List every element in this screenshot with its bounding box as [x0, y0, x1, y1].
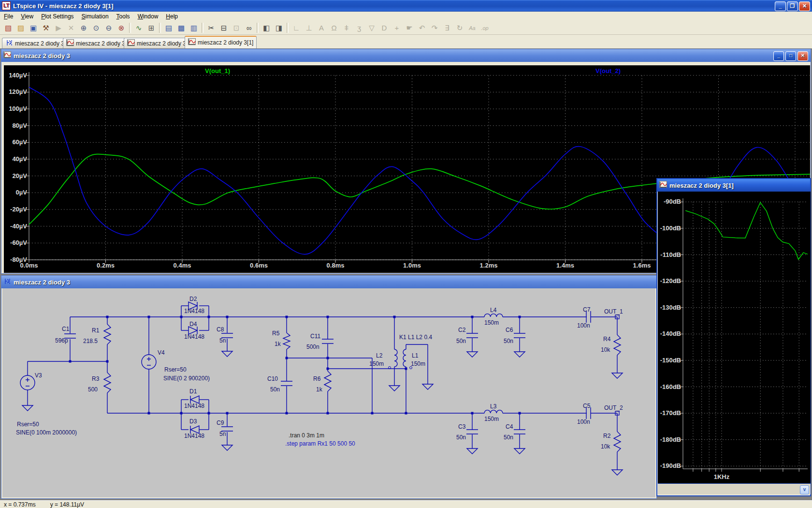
toolbar: ▧▨▣⚒▶✕⊕⊙⊖⊗∿⊞▤▩▥✂⊟⊡∞◧◨∟⊥AΩǂʒ▽D+☛↶↷∃↻Aa.op: [0, 21, 812, 35]
rotate-button: ↻: [453, 22, 466, 34]
schematic-label: C2: [458, 327, 466, 333]
schematic-label: 5n: [219, 431, 226, 437]
open-button[interactable]: ▨: [14, 22, 27, 34]
schematic-label: C11: [310, 333, 320, 340]
paste-button: ⊡: [230, 22, 243, 34]
menu-help[interactable]: Help: [162, 12, 182, 21]
restore-button[interactable]: ❐: [787, 1, 798, 11]
schematic-label: 500n: [306, 344, 319, 350]
voltage-source-v4: [142, 355, 156, 369]
menu-tools[interactable]: Tools: [113, 12, 134, 21]
inductor-l3: [484, 410, 503, 413]
undo-button: ↶: [416, 22, 428, 34]
wave-close-button[interactable]: ✕: [798, 51, 808, 61]
autorange-button[interactable]: ∿: [132, 22, 145, 34]
tile-vertical-button[interactable]: ▥: [188, 22, 200, 34]
zoom-back-button[interactable]: ⊗: [115, 22, 128, 34]
tabbar: mieszacz 2 diody 3mieszacz 2 diody 3mies…: [0, 35, 812, 48]
menu-file[interactable]: File: [0, 12, 17, 21]
waveform-window-title: mieszacz 2 diody 3: [14, 52, 70, 60]
y-axis-tick-label: -20µV: [2, 206, 27, 213]
tab-4-mieszacz-2-diody-3-1[interactable]: mieszacz 2 diody 3[1]: [185, 36, 257, 48]
ground-icon: [467, 448, 478, 454]
x-axis-tick-label: 1.4ms: [556, 262, 574, 269]
y-axis-tick-label: 120µV: [2, 88, 27, 95]
menu-view[interactable]: View: [17, 12, 37, 21]
print-preview-button[interactable]: ◧: [260, 22, 273, 34]
close-button[interactable]: ✕: [799, 1, 810, 11]
x-axis-tick-label: 1.0ms: [403, 262, 421, 269]
schematic-window-titlebar[interactable]: mieszacz 2 diody 3: [1, 276, 656, 288]
new-schematic-button[interactable]: ▧: [2, 22, 14, 34]
capacitor-c6: [514, 333, 525, 338]
copy-button[interactable]: ⊟: [218, 22, 230, 34]
drag-button: ☛: [403, 22, 416, 34]
scroll-down-button[interactable]: v: [800, 485, 809, 494]
tile-horizontal-button[interactable]: ▤: [162, 22, 175, 34]
resistor-r3: [104, 373, 111, 393]
ground-icon: [514, 448, 525, 454]
resistor-r5: [283, 333, 290, 349]
zoom-out-button[interactable]: ⊖: [102, 22, 115, 34]
wave-minimize-button[interactable]: _: [773, 51, 784, 61]
save-button[interactable]: ▣: [27, 22, 40, 34]
x-axis-tick-label: 0.8ms: [327, 262, 345, 269]
fft-window: mieszacz 2 diody 3[1] -90dB-100dB-110dB-…: [656, 178, 811, 496]
schematic-label: 1k: [316, 386, 323, 393]
spice-directive-button: .op: [478, 22, 491, 34]
control-panel-button[interactable]: ⚒: [40, 22, 52, 34]
ground-icon: [422, 384, 433, 389]
tab-label: mieszacz 2 diody 3: [137, 40, 186, 47]
menu-simulation[interactable]: Simulation: [78, 12, 113, 21]
app-title: LTspice IV - mieszacz 2 diody 3[1]: [13, 2, 114, 10]
waveform-window-titlebar[interactable]: mieszacz 2 diody 3 _ □ ✕: [1, 49, 811, 62]
schematic-label: 150m: [369, 360, 384, 367]
fft-window-icon: [659, 181, 667, 190]
tab-2-mieszacz-2-diody-3[interactable]: mieszacz 2 diody 3: [63, 38, 129, 48]
print-button[interactable]: ◨: [273, 22, 285, 34]
db-axis-tick-label: -110dB: [658, 251, 681, 258]
redo-button: ↷: [428, 22, 441, 34]
schematic-canvas[interactable]: C1596pR1218.5R3500V3Rser=50SINE(0 100m 2…: [2, 288, 655, 497]
fft-window-titlebar[interactable]: mieszacz 2 diody 3[1]: [657, 179, 810, 192]
fft-plot[interactable]: -90dB-100dB-110dB-120dB-130dB-140dB-150d…: [658, 192, 811, 484]
ground-icon: [389, 386, 400, 391]
label-net-button: A: [315, 22, 328, 34]
waveform-window-icon: [3, 51, 11, 60]
zoom-extents-button[interactable]: ⊙: [90, 22, 102, 34]
schematic-label: R1: [92, 327, 100, 334]
schematic-window-icon: [3, 278, 11, 286]
schematic-label: 500: [88, 386, 98, 393]
find-button[interactable]: ∞: [243, 22, 255, 34]
x-axis-tick-label: 0.2ms: [97, 262, 115, 269]
legend-v-out-2[interactable]: V(out_2): [595, 67, 621, 75]
inductor-l4: [484, 314, 503, 317]
ground-icon: [612, 470, 623, 475]
cascade-button[interactable]: ▩: [175, 22, 188, 34]
toolbar-separator: [129, 23, 131, 33]
legend-v-out-1[interactable]: V(out_1): [205, 67, 230, 75]
tab-label: mieszacz 2 diody 3: [76, 40, 125, 47]
waveform-icon: [127, 39, 135, 48]
resistor-r2: [614, 432, 621, 452]
wave-restore-button[interactable]: □: [785, 51, 796, 61]
minimize-button[interactable]: _: [775, 1, 786, 11]
plot-settings-button[interactable]: ⊞: [145, 22, 158, 34]
tab-3-mieszacz-2-diody-3[interactable]: mieszacz 2 diody 3: [124, 38, 189, 48]
waveform-icon: [66, 39, 74, 48]
cut-button[interactable]: ✂: [205, 22, 218, 34]
schematic-label: 50n: [456, 338, 466, 344]
menu-plot-settings[interactable]: Plot Settings: [37, 12, 77, 21]
tab-1-mieszacz-2-diody-3[interactable]: mieszacz 2 diody 3: [2, 38, 68, 48]
zoom-in-button[interactable]: ⊕: [77, 22, 90, 34]
inductor-l1: [403, 349, 406, 367]
schematic-label: Rser=50: [164, 366, 187, 373]
schematic-label: L4: [490, 307, 497, 314]
schematic-label: 100n: [577, 322, 590, 329]
schematic-label: 1N4148: [184, 333, 204, 340]
diode-button: ▽: [365, 22, 378, 34]
tab-label: mieszacz 2 diody 3: [15, 40, 64, 47]
menu-window[interactable]: Window: [134, 12, 162, 21]
halt-button: ✕: [65, 22, 77, 34]
app-titlebar[interactable]: LT LTspice IV - mieszacz 2 diody 3[1] _ …: [0, 0, 812, 12]
